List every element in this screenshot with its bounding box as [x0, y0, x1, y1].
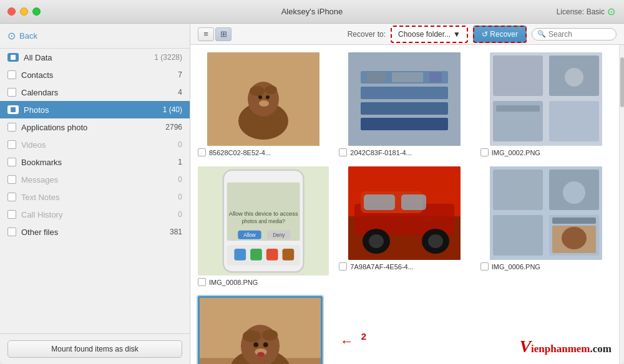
recover-button[interactable]: ↺ Recover — [473, 26, 527, 43]
svg-rect-12 — [361, 87, 448, 99]
messages-checkbox[interactable] — [7, 175, 16, 184]
photo-cell-6: IMG_0006.PNG — [480, 166, 612, 286]
sidebar-item-call-history[interactable]: Call History 0 — [0, 206, 190, 223]
scrollbar[interactable] — [619, 45, 624, 364]
sidebar-item-messages[interactable]: Messages 0 — [0, 171, 190, 188]
recover-to-label: Recover to: — [348, 30, 386, 39]
call-history-checkbox[interactable] — [7, 210, 16, 219]
license-badge: License: Basic ⊙ — [557, 6, 615, 17]
svg-point-7 — [258, 95, 262, 99]
photo-checkbox-4[interactable] — [198, 278, 206, 286]
svg-text:photos and media?: photos and media? — [241, 219, 285, 224]
sidebar: ⊙ Back All Data 1 (3228) Contacts — [0, 24, 190, 364]
svg-rect-15 — [367, 72, 386, 82]
photo-cell-2: 2042C83F-0181-4... — [339, 52, 470, 156]
svg-point-5 — [250, 86, 265, 96]
sidebar-item-other-files[interactable]: Other files 381 — [0, 223, 190, 241]
applications-photo-label: Applications photo — [21, 123, 163, 132]
sidebar-item-contacts[interactable]: Contacts 7 — [0, 66, 190, 84]
back-icon: ⊙ — [7, 30, 16, 42]
svg-rect-37 — [266, 249, 278, 261]
text-notes-label: Text Notes — [21, 193, 163, 202]
call-history-count: 0 — [163, 210, 182, 219]
photo-checkbox-1[interactable] — [198, 148, 206, 156]
sidebar-item-calendars[interactable]: Calendars 4 1 ↓ — [0, 84, 190, 101]
watermark: V ienphanmem .com — [519, 337, 612, 357]
photo-name-6: IMG_0006.PNG — [492, 263, 540, 271]
photo-thumb-4[interactable]: Allow this device to access photos and m… — [198, 166, 329, 275]
search-box: 🔍 — [532, 28, 617, 41]
grid-view-button[interactable]: ⊞ — [215, 27, 232, 41]
svg-point-65 — [263, 342, 268, 347]
videos-checkbox[interactable] — [7, 140, 16, 149]
svg-point-62 — [243, 330, 261, 342]
photo-check-5: 7A98A7AF-4E56-4... — [339, 262, 470, 271]
svg-rect-52 — [493, 215, 543, 256]
sidebar-item-all-data[interactable]: All Data 1 (3228) — [0, 49, 190, 66]
search-input[interactable] — [548, 30, 611, 39]
svg-point-44 — [369, 234, 384, 248]
applications-photo-checkbox[interactable] — [7, 123, 16, 132]
svg-text:Allow this device to access: Allow this device to access — [229, 211, 298, 217]
text-notes-checkbox[interactable] — [7, 193, 16, 201]
all-data-label: All Data — [24, 53, 152, 62]
sidebar-item-bookmarks[interactable]: Bookmarks 1 — [0, 153, 190, 171]
svg-rect-19 — [493, 55, 543, 96]
svg-point-63 — [262, 330, 278, 340]
annotation-2: 2 — [361, 331, 366, 342]
photo-check-4: IMG_0008.PNG — [198, 278, 329, 286]
sidebar-item-videos[interactable]: Videos 0 — [0, 136, 190, 153]
mount-button[interactable]: Mount found items as disk — [7, 340, 182, 358]
other-files-checkbox[interactable] — [7, 228, 16, 236]
svg-point-54 — [563, 181, 585, 204]
photo-thumb-2[interactable] — [348, 52, 461, 146]
watermark-text: ienphanmem — [531, 343, 590, 355]
photo-check-2: 2042C83F-0181-4... — [339, 148, 470, 156]
photos-label: Photos — [24, 105, 160, 115]
bookmarks-label: Bookmarks — [21, 158, 163, 167]
calendars-checkbox[interactable] — [7, 88, 16, 97]
sidebar-footer: Mount found items as disk — [0, 333, 190, 364]
car-image — [348, 166, 461, 260]
recover-label: ↺ Recover — [482, 30, 518, 39]
messages-count: 0 — [163, 175, 182, 184]
svg-point-23 — [565, 68, 583, 87]
photo-check-6: IMG_0006.PNG — [480, 262, 612, 271]
photo-thumb-3[interactable] — [490, 52, 602, 146]
close-button[interactable] — [7, 7, 16, 16]
bookmarks-count: 1 — [163, 158, 182, 166]
sidebar-item-photos[interactable]: Photos 1 (40) — [0, 101, 190, 118]
photo-checkbox-6[interactable] — [480, 262, 489, 271]
photo-name-4: IMG_0008.PNG — [209, 279, 258, 286]
photo-checkbox-5[interactable] — [339, 262, 347, 271]
minimize-button[interactable] — [20, 7, 28, 16]
contacts-count: 7 — [163, 70, 182, 79]
photo-checkbox-3[interactable] — [480, 148, 489, 156]
sidebar-item-text-notes[interactable]: Text Notes 0 — [0, 188, 190, 206]
photo-cell-1: 85628C02-8E52-4... — [198, 52, 329, 156]
svg-rect-16 — [392, 72, 423, 82]
photo-thumb-1[interactable] — [207, 52, 319, 146]
svg-point-57 — [562, 227, 587, 249]
dropdown-icon: ▼ — [453, 30, 461, 39]
choose-folder-wrapper: Choose folder... ▼ ↑ 3 — [391, 26, 468, 43]
choose-folder-button[interactable]: Choose folder... ▼ — [391, 26, 468, 43]
photo-thumb-6[interactable] — [490, 166, 602, 260]
svg-text:Deny: Deny — [273, 232, 285, 238]
photos-count: 1 (40) — [163, 105, 182, 114]
svg-rect-50 — [493, 170, 543, 210]
contacts-checkbox[interactable] — [7, 70, 16, 79]
recover-wrapper: ↺ Recover ↑ 4 — [473, 26, 527, 43]
photo-thumb-5[interactable] — [348, 166, 461, 260]
list-view-button[interactable]: ≡ — [198, 27, 214, 41]
photo-name-3: IMG_0002.PNG — [492, 149, 540, 156]
bookmarks-checkbox[interactable] — [7, 158, 16, 166]
maximize-button[interactable] — [32, 7, 41, 16]
sidebar-item-applications-photo[interactable]: Applications photo 2796 — [0, 118, 190, 136]
scroll-thumb[interactable] — [620, 57, 624, 107]
photo-name-2: 2042C83F-0181-4... — [350, 149, 411, 156]
back-button[interactable]: ⊙ Back — [7, 30, 182, 42]
photo-checkbox-2[interactable] — [339, 148, 347, 156]
svg-rect-17 — [429, 72, 442, 82]
photo-thumb-7[interactable] — [198, 296, 323, 364]
